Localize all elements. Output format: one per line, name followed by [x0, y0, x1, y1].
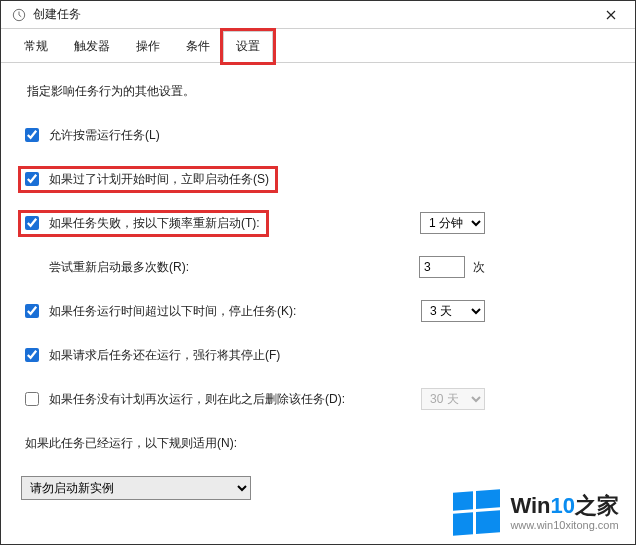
restart-on-fail-label: 如果任务失败，按以下频率重新启动(T):	[49, 215, 260, 232]
restart-interval-select[interactable]: 1 分钟	[420, 212, 485, 234]
restart-max-suffix: 次	[473, 259, 485, 276]
delete-after-label: 如果任务没有计划再次运行，则在此之后删除该任务(D):	[49, 391, 345, 408]
stop-if-longer-select[interactable]: 3 天	[421, 300, 485, 322]
already-running-label: 如果此任务已经运行，以下规则适用(N):	[25, 435, 237, 452]
delete-after-checkbox[interactable]	[25, 392, 39, 406]
settings-description: 指定影响任务行为的其他设置。	[27, 83, 615, 100]
tab-conditions[interactable]: 条件	[173, 31, 223, 62]
tab-triggers[interactable]: 触发器	[61, 31, 123, 62]
clock-icon	[11, 7, 27, 23]
run-asap-checkbox[interactable]	[25, 172, 39, 186]
delete-after-select: 30 天	[421, 388, 485, 410]
tab-general[interactable]: 常规	[11, 31, 61, 62]
force-stop-checkbox[interactable]	[25, 348, 39, 362]
close-icon	[606, 10, 616, 20]
windows-logo-icon	[453, 489, 500, 535]
force-stop-label: 如果请求后任务还在运行，强行将其停止(F)	[49, 347, 280, 364]
watermark: Win10之家 www.win10xitong.com	[453, 491, 619, 534]
stop-if-longer-checkbox[interactable]	[25, 304, 39, 318]
stop-if-longer-label: 如果任务运行时间超过以下时间，停止任务(K):	[49, 303, 296, 320]
tab-settings[interactable]: 设置	[223, 31, 273, 62]
allow-on-demand-label: 允许按需运行任务(L)	[49, 127, 160, 144]
restart-max-label: 尝试重新启动最多次数(R):	[49, 259, 189, 276]
close-button[interactable]	[591, 1, 631, 29]
tab-actions[interactable]: 操作	[123, 31, 173, 62]
run-asap-label: 如果过了计划开始时间，立即启动任务(S)	[49, 171, 269, 188]
instance-rule-select[interactable]: 请勿启动新实例	[21, 476, 251, 500]
restart-max-input[interactable]	[419, 256, 465, 278]
restart-on-fail-checkbox[interactable]	[25, 216, 39, 230]
allow-on-demand-checkbox[interactable]	[25, 128, 39, 142]
window-title: 创建任务	[33, 6, 591, 23]
